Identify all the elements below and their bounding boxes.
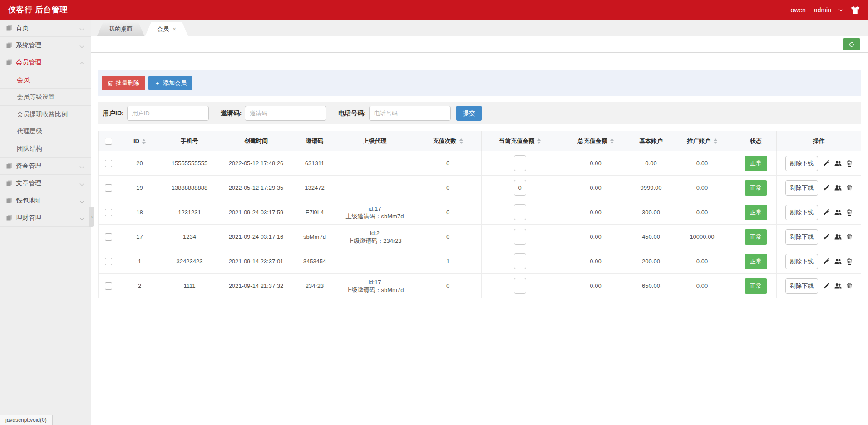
sidebar-item-7[interactable]: 团队结构 [0,140,91,158]
filter-input-2[interactable] [369,106,451,121]
username-link[interactable]: owen [790,6,805,14]
sidebar-item-3[interactable]: 会员 [0,71,91,89]
sort-icon[interactable] [610,138,614,144]
member-id-cell: 18 [118,200,161,225]
users-icon [834,185,842,191]
row-select-cell [99,249,118,274]
table-row: 20155555555552022-05-12 17:48:2663131100… [99,151,861,176]
row-checkbox[interactable] [105,160,112,167]
delete-row-button[interactable] [847,209,852,216]
current-recharge-input[interactable] [514,278,526,294]
member-id-cell: 20 [118,151,161,176]
column-header-1[interactable]: ID [118,131,161,151]
sort-icon[interactable] [537,138,541,144]
user-dropdown[interactable]: admin [814,6,843,14]
edit-button[interactable] [823,258,829,265]
current-recharge-input[interactable] [514,155,526,171]
delete-row-button[interactable] [847,283,852,289]
column-header-8[interactable]: 总充值金额 [558,131,633,151]
downline-users-button[interactable] [834,234,842,240]
submit-button[interactable]: 提交 [456,106,482,121]
sidebar-item-5[interactable]: 会员提现收益比例 [0,106,91,123]
column-header-4: 邀请码 [294,131,335,151]
close-icon[interactable]: × [173,26,176,32]
add-member-button[interactable]: ＋ 添加会员 [148,76,192,90]
sidebar-item-2[interactable]: 会员管理 [0,54,91,71]
tab-1[interactable]: 会员× [145,22,188,36]
sidebar-item-0[interactable]: 首页 [0,20,91,37]
remove-downline-button[interactable]: 剔除下线 [785,229,818,245]
current-recharge-input[interactable] [514,229,526,245]
select-all-checkbox[interactable] [105,138,112,145]
tab-0[interactable]: 我的桌面 [97,22,144,36]
sort-icon[interactable] [714,138,717,144]
sidebar-item-9[interactable]: 文章管理 [0,175,91,192]
status-badge[interactable]: 正常 [745,278,767,294]
downline-users-button[interactable] [834,283,842,289]
filter-input-0[interactable] [127,106,209,121]
action-button-strip: 批量删除 ＋ 添加会员 [98,70,861,96]
sidebar-item-11[interactable]: 理财管理 [0,209,91,227]
edit-button[interactable] [823,160,829,167]
delete-row-button[interactable] [847,258,852,265]
row-checkbox[interactable] [105,233,112,241]
status-badge[interactable]: 正常 [745,180,767,196]
batch-delete-button[interactable]: 批量删除 [102,76,145,90]
current-recharge-input[interactable] [514,253,526,269]
row-checkbox[interactable] [105,282,112,290]
column-header-label: 创建时间 [244,138,268,144]
chevron-up-icon [80,62,84,67]
downline-users-button[interactable] [834,160,842,166]
row-checkbox[interactable] [105,258,112,265]
sidebar-item-6[interactable]: 代理层级 [0,123,91,140]
column-header-0 [99,131,118,151]
status-badge[interactable]: 正常 [745,229,767,245]
sidebar-item-10[interactable]: 钱包地址 [0,192,91,209]
status-badge[interactable]: 正常 [745,156,767,171]
edit-button[interactable] [823,234,829,240]
remove-downline-button[interactable]: 剔除下线 [785,180,818,196]
delete-row-button[interactable] [847,160,852,167]
remove-downline-button[interactable]: 剔除下线 [785,205,818,220]
column-header-7[interactable]: 当前充值金额 [482,131,558,151]
downline-users-button[interactable] [834,209,842,215]
delete-row-button[interactable] [847,185,852,191]
refresh-button[interactable] [843,38,860,50]
status-badge[interactable]: 正常 [745,205,767,220]
remove-downline-button[interactable]: 剔除下线 [785,156,818,171]
current-recharge-input[interactable] [514,204,526,220]
downline-users-button[interactable] [834,258,842,264]
user-role: admin [814,6,831,14]
column-header-10[interactable]: 推广账户 [669,131,735,151]
agent-id: id:2 [337,229,412,237]
current-recharge-input[interactable] [514,180,526,196]
edit-button[interactable] [823,209,829,216]
remove-downline-button[interactable]: 剔除下线 [785,254,818,269]
member-id-cell: 2 [118,274,161,298]
sidebar-item-label: 会员提现收益比例 [17,106,68,123]
row-checkbox[interactable] [105,209,112,216]
member-invite-code-cell: 132472 [294,176,335,200]
sidebar-item-1[interactable]: 系统管理 [0,37,91,54]
sidebar-item-8[interactable]: 资金管理 [0,158,91,175]
sidebar-item-4[interactable]: 会员等级设置 [0,89,91,106]
column-header-6[interactable]: 充值次数 [414,131,482,151]
filter-input-1[interactable] [245,106,326,121]
ops-cell: 剔除下线 [777,249,861,274]
sidebar-item-label: 资金管理 [16,158,41,174]
downline-users-button[interactable] [834,185,842,191]
users-icon [834,234,842,240]
theme-shirt-icon[interactable] [851,6,860,14]
column-header-5: 上级代理 [335,131,414,151]
edit-button[interactable] [823,283,829,289]
status-badge[interactable]: 正常 [745,254,767,269]
sort-icon[interactable] [459,138,463,144]
sort-icon[interactable] [142,139,146,144]
sidebar-collapse-handle[interactable]: ‹ [89,207,94,227]
edit-button[interactable] [823,185,829,191]
row-checkbox[interactable] [105,184,112,192]
remove-downline-button[interactable]: 剔除下线 [785,278,818,294]
delete-row-button[interactable] [847,234,852,240]
document-icon [6,42,12,48]
parent-agent-cell: id:17上级邀请码：sbMm7d [335,274,414,298]
